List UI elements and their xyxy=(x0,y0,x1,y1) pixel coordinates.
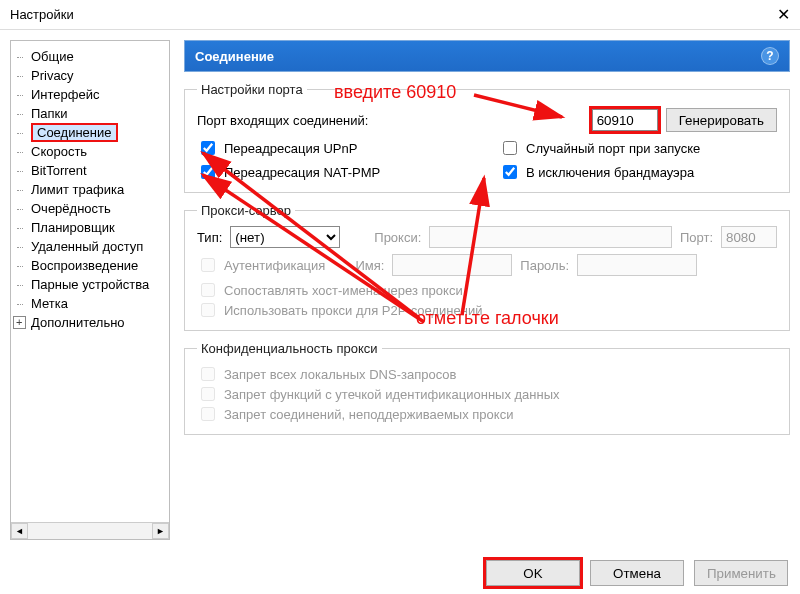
settings-panel: Соединение ? Настройки порта Порт входящ… xyxy=(184,40,790,540)
block-id-leak-checkbox: Запрет функций с утечкой идентификационн… xyxy=(197,384,777,404)
tree-item-общие[interactable]: Общие xyxy=(11,47,169,66)
privacy-group-legend: Конфиденциальность прокси xyxy=(197,341,382,356)
proxy-port-input xyxy=(721,226,777,248)
proxy-type-label: Тип: xyxy=(197,230,222,245)
scroll-right-icon[interactable]: ► xyxy=(152,523,169,539)
ok-button[interactable]: OK xyxy=(486,560,580,586)
help-icon[interactable]: ? xyxy=(761,47,779,65)
proxy-pass-input xyxy=(577,254,697,276)
tree-item-дополнительно[interactable]: Дополнительно xyxy=(11,313,169,332)
proxy-server-group: Прокси-сервер Тип: (нет) Прокси: Порт: А… xyxy=(184,203,790,331)
apply-button: Применить xyxy=(694,560,788,586)
firewall-exception-checkbox[interactable]: В исключения брандмауэра xyxy=(499,162,777,182)
settings-tree: ОбщиеPrivacyИнтерфейсПапкиСоединениеСкор… xyxy=(10,40,170,540)
proxy-port-label: Порт: xyxy=(680,230,713,245)
tree-item-лимит-трафика[interactable]: Лимит трафика xyxy=(11,180,169,199)
tree-item-парные-устройства[interactable]: Парные устройства xyxy=(11,275,169,294)
tree-item-метка[interactable]: Метка xyxy=(11,294,169,313)
proxy-type-select[interactable]: (нет) xyxy=(230,226,340,248)
block-unsupported-checkbox: Запрет соединений, неподдерживаемых прок… xyxy=(197,404,777,424)
proxy-user-input xyxy=(392,254,512,276)
scroll-left-icon[interactable]: ◄ xyxy=(11,523,28,539)
proxy-privacy-group: Конфиденциальность прокси Запрет всех ло… xyxy=(184,341,790,435)
tree-item-скорость[interactable]: Скорость xyxy=(11,142,169,161)
tree-horizontal-scrollbar[interactable]: ◄ ► xyxy=(11,522,169,539)
proxy-resolve-checkbox: Сопоставлять хост-имена через прокси xyxy=(197,280,777,300)
natpmp-checkbox[interactable]: Переадресация NAT-PMP xyxy=(197,162,475,182)
proxy-auth-checkbox: Аутентификация xyxy=(197,255,325,275)
port-group-legend: Настройки порта xyxy=(197,82,307,97)
incoming-port-input[interactable] xyxy=(592,109,658,131)
cancel-button[interactable]: Отмена xyxy=(590,560,684,586)
tree-item-папки[interactable]: Папки xyxy=(11,104,169,123)
tree-item-privacy[interactable]: Privacy xyxy=(11,66,169,85)
proxy-group-legend: Прокси-сервер xyxy=(197,203,295,218)
proxy-host-label: Прокси: xyxy=(374,230,421,245)
incoming-port-label: Порт входящих соединений: xyxy=(197,113,368,128)
panel-title: Соединение xyxy=(195,49,274,64)
tree-item-интерфейс[interactable]: Интерфейс xyxy=(11,85,169,104)
window-title: Настройки xyxy=(10,7,74,22)
close-icon[interactable]: ✕ xyxy=(777,5,790,24)
upnp-checkbox[interactable]: Переадресация UPnP xyxy=(197,138,475,158)
tree-item-очерёдность[interactable]: Очерёдность xyxy=(11,199,169,218)
tree-item-планировщик[interactable]: Планировщик xyxy=(11,218,169,237)
proxy-host-input xyxy=(429,226,672,248)
proxy-user-label: Имя: xyxy=(355,258,384,273)
tree-item-соединение[interactable]: Соединение xyxy=(11,123,169,142)
random-port-checkbox[interactable]: Случайный порт при запуске xyxy=(499,138,777,158)
proxy-pass-label: Пароль: xyxy=(520,258,569,273)
generate-port-button[interactable]: Генерировать xyxy=(666,108,777,132)
tree-item-bittorrent[interactable]: BitTorrent xyxy=(11,161,169,180)
tree-item-воспроизведение[interactable]: Воспроизведение xyxy=(11,256,169,275)
proxy-p2p-checkbox: Использовать прокси для P2P-соединений xyxy=(197,300,777,320)
tree-item-удаленный-доступ[interactable]: Удаленный доступ xyxy=(11,237,169,256)
block-dns-checkbox: Запрет всех локальных DNS-запросов xyxy=(197,364,777,384)
port-settings-group: Настройки порта Порт входящих соединений… xyxy=(184,82,790,193)
